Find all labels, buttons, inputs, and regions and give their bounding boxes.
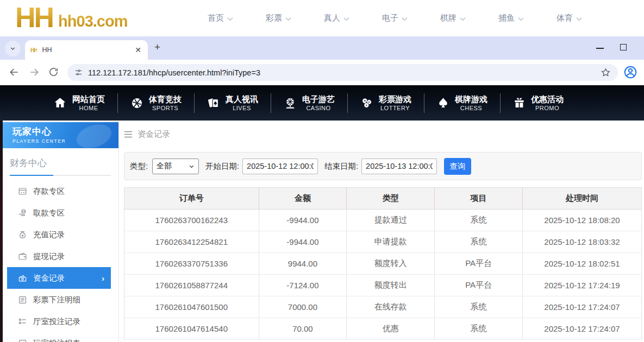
table-cell: 2025-10-12 18:02:51 xyxy=(523,253,642,275)
table-cell: 提款通过 xyxy=(347,210,435,231)
site-logo[interactable]: HH hh03.com xyxy=(15,1,127,34)
table-header-cell: 项目 xyxy=(435,188,523,210)
sidebar-menu: 存款专区取款专区充值记录提现记录资金记录›彩票下注明细厅室投注记录玩家投注报表 xyxy=(3,180,118,342)
forward-button[interactable] xyxy=(29,67,40,80)
sidebar-item-funds-record[interactable]: 资金记录› xyxy=(7,267,111,289)
sidebar-item-hall-bet[interactable]: 厅室投注记录 xyxy=(3,311,118,332)
filter-bar: 类型: 全部 开始日期: 结束日期: 查询 xyxy=(124,152,642,180)
tab-search-button[interactable] xyxy=(5,41,21,56)
main-nav-label-en: CHESS xyxy=(455,104,487,112)
withdraw-zone-icon xyxy=(18,208,28,218)
sidebar-item-label: 彩票下注明细 xyxy=(33,295,80,305)
roulette-icon xyxy=(284,97,297,110)
chevron-down-icon xyxy=(576,16,582,21)
tab-strip: HH HH ✕ + xyxy=(0,36,644,60)
main-nav-item-sports[interactable]: 体育竞技SPORTS xyxy=(118,94,194,112)
home-icon xyxy=(53,96,67,110)
main-nav-label-cn: 优惠活动 xyxy=(531,94,564,104)
chevron-down-icon xyxy=(460,16,466,21)
chevron-right-icon: › xyxy=(102,274,104,283)
site-info-icon xyxy=(74,68,83,77)
deposit-icon xyxy=(18,187,28,196)
sidebar-item-withdraw-record[interactable]: 提现记录 xyxy=(3,245,118,267)
sidebar-item-deposit[interactable]: 存款专区 xyxy=(3,180,118,202)
main-nav-item-promo[interactable]: 优惠活动PROMO xyxy=(501,94,576,112)
table-header-cell: 类型 xyxy=(347,188,435,210)
main-nav-label-en: CASINO xyxy=(302,104,335,112)
table-cell: 1760263700162243 xyxy=(124,210,259,231)
logo-text: HH xyxy=(15,1,53,34)
table-row: 1760263412254821-9944.00申请提款系统2025-10-12… xyxy=(124,231,642,253)
breadcrumb: 资金记录 xyxy=(124,128,642,140)
top-nav-item[interactable]: 彩票 xyxy=(249,13,308,23)
players-center-subtitle: PLAYERS CENTER xyxy=(12,138,118,144)
top-nav-item[interactable]: 首页 xyxy=(191,13,249,23)
main-nav-item-lives[interactable]: 真人视讯LIVES xyxy=(195,94,271,112)
url-row: 112.121.172.181/hhcp/usercenter.html?ini… xyxy=(0,60,644,85)
tab-title: HH xyxy=(42,46,134,54)
table-cell: 2025-10-12 18:03:32 xyxy=(523,231,642,253)
window-maximize-button[interactable] xyxy=(620,44,627,50)
main-nav-label-en: HOME xyxy=(72,104,105,112)
reload-button[interactable] xyxy=(48,67,59,79)
start-date-input[interactable] xyxy=(242,159,318,174)
table-cell: 优惠 xyxy=(347,318,435,340)
main-nav-label-en: LOTTERY xyxy=(379,104,411,112)
bookmark-star-icon[interactable] xyxy=(601,67,611,78)
chevron-down-icon xyxy=(402,16,408,21)
sidebar-item-withdraw-zone[interactable]: 取款专区 xyxy=(3,202,118,224)
top-nav-item[interactable]: 捕鱼 xyxy=(482,13,540,23)
main-nav-label-en: LIVES xyxy=(226,104,258,112)
url-bar[interactable]: 112.121.172.181/hhcp/usercenter.html?ini… xyxy=(67,64,618,81)
sidebar: 玩家中心 PLAYERS CENTER 财务中心 存款专区取款专区充值记录提现记… xyxy=(3,121,119,342)
new-tab-button[interactable]: + xyxy=(154,41,160,53)
table-cell: -9944.00 xyxy=(259,231,347,253)
top-nav-item[interactable]: 体育 xyxy=(540,13,598,23)
forward-arrow-icon xyxy=(29,67,40,78)
main-nav: 网站首页HOME体育竞技SPORTS真人视讯LIVES电子游艺CASINO彩票游… xyxy=(0,85,644,121)
cards-icon xyxy=(207,97,220,110)
sidebar-item-lottery-bet[interactable]: 彩票下注明细 xyxy=(3,289,118,311)
top-nav-item[interactable]: 棋牌 xyxy=(424,13,482,23)
profile-avatar-icon[interactable] xyxy=(623,65,637,81)
main-nav-item-casino[interactable]: 电子游艺CASINO xyxy=(271,94,347,112)
type-select-value: 全部 xyxy=(157,161,189,171)
sidebar-item-label: 玩家投注报表 xyxy=(33,338,80,342)
table-cell: 2025-10-12 17:24:07 xyxy=(523,296,642,318)
table-cell: 1760261047614540 xyxy=(124,318,259,340)
type-label: 类型: xyxy=(130,161,148,172)
table-cell: 系统 xyxy=(435,210,523,231)
table-cell: 申请提款 xyxy=(347,231,435,253)
reload-icon xyxy=(48,67,59,77)
tab-close-icon[interactable]: ✕ xyxy=(134,46,142,54)
table-header-cell: 订单号 xyxy=(124,188,259,210)
start-date-label: 开始日期: xyxy=(205,161,239,172)
main-nav-item-home[interactable]: 网站首页HOME xyxy=(41,94,117,112)
top-nav-item[interactable]: 真人 xyxy=(308,13,366,23)
chevron-down-icon xyxy=(518,16,524,21)
type-select[interactable]: 全部 xyxy=(152,159,199,174)
end-date-input[interactable] xyxy=(361,159,437,174)
top-nav-item[interactable]: 电子 xyxy=(366,13,424,23)
page-body: 玩家中心 PLAYERS CENTER 财务中心 存款专区取款专区充值记录提现记… xyxy=(0,121,644,342)
logo-domain: hh03.com xyxy=(58,12,127,30)
top-nav-label: 棋牌 xyxy=(440,13,457,23)
main-nav-item-lottery[interactable]: 彩票游戏LOTTERY xyxy=(348,94,424,112)
players-center-title: 玩家中心 xyxy=(12,125,118,138)
back-button[interactable] xyxy=(9,67,20,80)
window-minimize-button[interactable] xyxy=(596,48,604,49)
query-button[interactable]: 查询 xyxy=(444,158,471,175)
main-nav-item-chess[interactable]: 棋牌游戏CHESS xyxy=(424,94,500,112)
funds-record-icon xyxy=(18,274,28,283)
section-underline xyxy=(10,175,111,176)
main-nav-label-cn: 网站首页 xyxy=(72,94,105,104)
top-nav-label: 真人 xyxy=(324,13,340,23)
table-row: 17602633707513369944.00额度转入PA平台2025-10-1… xyxy=(124,253,642,275)
sidebar-item-report[interactable]: 玩家投注报表 xyxy=(3,332,118,342)
finance-center-label: 财务中心 xyxy=(10,157,111,169)
sidebar-item-recharge-record[interactable]: 充值记录 xyxy=(3,224,118,245)
funds-record-table: 订单号金额类型项目处理时间 1760263700162243-9944.00提款… xyxy=(124,187,642,340)
browser-tab[interactable]: HH HH ✕ xyxy=(25,40,148,60)
chevron-down-icon xyxy=(9,45,16,52)
site-header: HH hh03.com 首页彩票真人电子棋牌捕鱼体育 xyxy=(0,0,644,36)
